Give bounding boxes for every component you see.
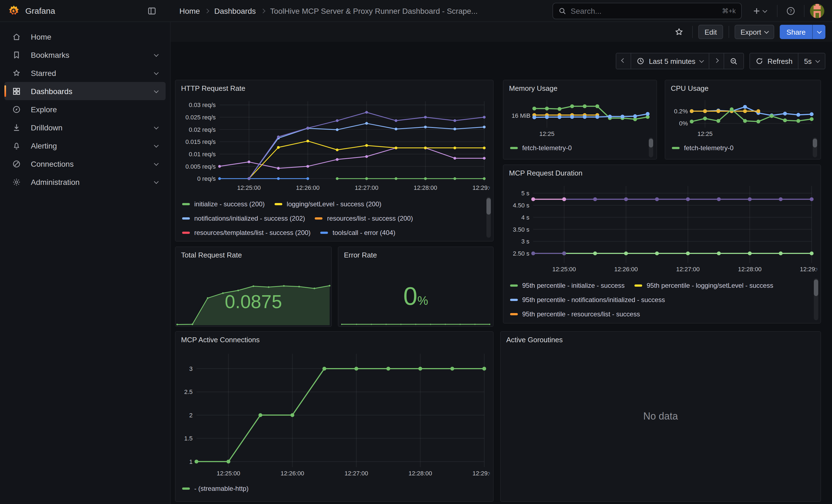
- sidebar-item-home[interactable]: Home: [4, 27, 166, 46]
- chevron-down-icon: [154, 88, 159, 93]
- svg-text:0.2%: 0.2%: [674, 108, 688, 115]
- http-request-rate-chart[interactable]: 0 req/s0.005 req/s0.01 req/s0.015 req/s0…: [179, 96, 490, 194]
- panel-title[interactable]: Total Request Rate: [181, 251, 242, 259]
- sidebar-item-starred[interactable]: Starred: [4, 64, 166, 82]
- legend-row: fetch-telemetry-0: [672, 141, 799, 155]
- legend-item[interactable]: resources/list - success (200): [315, 215, 413, 222]
- legend-scrollbar[interactable]: [487, 197, 491, 238]
- legend-scrollbar[interactable]: [649, 137, 653, 157]
- refresh-button[interactable]: Refresh: [750, 53, 799, 69]
- bell-icon: [12, 141, 21, 150]
- breadcrumb-separator-icon: [205, 9, 209, 14]
- sidebar-item-bookmarks[interactable]: Bookmarks: [4, 46, 166, 64]
- legend-item[interactable]: fetch-telemetry-0: [510, 144, 572, 152]
- drilldown-icon: [12, 123, 21, 132]
- legend-item[interactable]: logging/setLevel - success (200): [275, 200, 381, 208]
- star-dashboard-button[interactable]: [672, 24, 687, 39]
- memory-usage-chart[interactable]: 16 MiB12:25: [506, 95, 653, 140]
- sidebar-toggle-button[interactable]: [144, 3, 160, 19]
- mcp-active-connections-chart[interactable]: 11.522.5312:25:0012:26:0012:27:0012:28:0…: [179, 348, 490, 479]
- legend-item[interactable]: 95th percentile - resources/list - succe…: [510, 310, 640, 318]
- legend-row: 95th percentile - resources/list - succe…: [510, 307, 807, 321]
- svg-text:12:27:00: 12:27:00: [355, 184, 379, 191]
- panel-title[interactable]: MCP Request Duration: [509, 169, 582, 177]
- series-swatch: [634, 285, 642, 287]
- clock-icon: [636, 57, 644, 65]
- zoom-out-button[interactable]: [724, 53, 743, 69]
- chevron-down-icon: [154, 70, 159, 75]
- home-icon: [12, 32, 21, 41]
- mcp-request-duration-chart[interactable]: 2.50 s3 s3.50 s4 s4.50 s5 s12:25:0012:26…: [507, 181, 817, 275]
- grafana-logo-icon: [8, 5, 20, 17]
- legend-item[interactable]: 95th percentile - logging/setLevel - suc…: [634, 282, 773, 289]
- help-button[interactable]: ?: [783, 3, 799, 19]
- series-swatch: [510, 285, 518, 287]
- legend-item[interactable]: 95th percentile - notifications/initiali…: [510, 296, 665, 304]
- breadcrumb-home[interactable]: Home: [179, 6, 200, 15]
- legend-item[interactable]: tools/call - error (404): [320, 229, 395, 237]
- brand-name: Grafana: [25, 6, 55, 16]
- legend-row: 95th percentile - initialize - success 9…: [510, 278, 807, 293]
- edit-button[interactable]: Edit: [699, 25, 723, 39]
- refresh-interval-select[interactable]: 5s: [799, 53, 825, 69]
- panel-toggle-icon: [148, 6, 156, 15]
- legend-item[interactable]: notifications/initialized - success (202…: [182, 215, 305, 222]
- sidebar-item-administration[interactable]: Administration: [4, 173, 166, 191]
- panel-title[interactable]: HTTP Request Rate: [181, 84, 245, 92]
- star-icon: [12, 69, 21, 77]
- panel-error-rate: Error Rate 0%: [338, 246, 494, 327]
- chevron-down-icon: [154, 179, 159, 184]
- search-input[interactable]: Search... ⌘+k: [552, 2, 742, 19]
- svg-text:12:28:00: 12:28:00: [409, 470, 432, 477]
- time-range-picker[interactable]: Last 5 minutes: [631, 53, 709, 69]
- sidebar-item-drilldown[interactable]: Drilldown: [4, 118, 166, 136]
- svg-text:0 req/s: 0 req/s: [197, 175, 216, 182]
- cpu-usage-chart[interactable]: 0.2%0%12:25: [668, 95, 817, 140]
- svg-text:4 s: 4 s: [521, 214, 529, 221]
- total-request-rate-value: 0.0875: [176, 291, 331, 313]
- sidebar-item-dashboards[interactable]: Dashboards: [4, 82, 166, 100]
- panel-title[interactable]: Error Rate: [344, 251, 377, 259]
- search-placeholder: Search...: [571, 6, 718, 15]
- svg-text:?: ?: [790, 8, 792, 13]
- export-button[interactable]: Export: [734, 25, 774, 39]
- chevron-down-icon: [764, 29, 769, 34]
- svg-text:12:25:00: 12:25:00: [552, 266, 576, 273]
- legend-item[interactable]: 95th percentile - initialize - success: [510, 282, 625, 289]
- add-new-button[interactable]: [747, 3, 772, 19]
- user-avatar[interactable]: [810, 4, 824, 18]
- legend-item[interactable]: resources/templates/list - success (200): [182, 229, 311, 237]
- legend-row: 95th percentile - notifications/initiali…: [510, 293, 807, 307]
- chevron-down-icon: [817, 29, 822, 34]
- svg-text:2: 2: [189, 412, 192, 419]
- legend-item[interactable]: initialize - success (200): [182, 200, 265, 208]
- legend-scrollbar[interactable]: [814, 278, 818, 320]
- panel-title[interactable]: CPU Usage: [671, 84, 708, 92]
- panel-title[interactable]: Active Goroutines: [506, 336, 563, 344]
- time-shift-forward-button[interactable]: [709, 53, 724, 69]
- svg-text:3 s: 3 s: [521, 238, 529, 245]
- panel-title[interactable]: MCP Active Connections: [181, 336, 260, 344]
- share-button[interactable]: Share: [780, 25, 812, 39]
- panel-title[interactable]: Memory Usage: [509, 84, 557, 92]
- help-icon: ?: [786, 6, 795, 16]
- svg-text:12:26:00: 12:26:00: [281, 470, 304, 477]
- legend-scrollbar[interactable]: [813, 137, 817, 157]
- sidebar-item-connections[interactable]: Connections: [4, 155, 166, 173]
- sidebar-item-explore[interactable]: Explore: [4, 100, 166, 118]
- legend-item[interactable]: fetch-telemetry-0: [672, 144, 733, 152]
- share-menu-button[interactable]: [812, 25, 825, 39]
- panel-active-goroutines: Active Goroutines No data: [500, 331, 821, 502]
- search-shortcut: ⌘+k: [722, 7, 736, 15]
- error-rate-value: 0%: [338, 281, 493, 311]
- svg-text:4.50 s: 4.50 s: [513, 202, 529, 209]
- breadcrumb-dashboards[interactable]: Dashboards: [214, 6, 256, 15]
- series-swatch: [672, 147, 680, 149]
- time-shift-back-button[interactable]: [616, 53, 631, 69]
- chevron-down-icon: [154, 143, 159, 148]
- time-controls: Last 5 minutes: [616, 53, 825, 69]
- sidebar-item-alerting[interactable]: Alerting: [4, 136, 166, 155]
- svg-text:12:27:00: 12:27:00: [676, 266, 700, 273]
- legend-item[interactable]: - (streamable-http): [182, 485, 249, 493]
- svg-text:12:28:00: 12:28:00: [414, 184, 437, 191]
